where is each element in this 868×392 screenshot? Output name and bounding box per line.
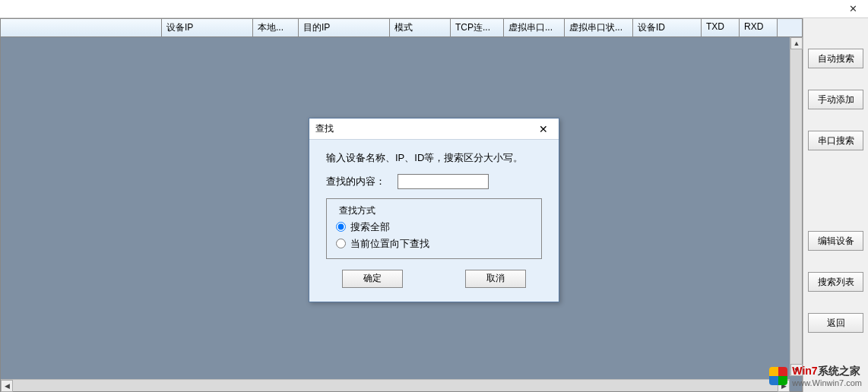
find-dialog: 查找 ✕ 输入设备名称、IP、ID等，搜索区分大小写。 查找的内容： 查找方式 … — [309, 118, 559, 302]
radio-search-all[interactable] — [336, 222, 346, 232]
auto-search-button[interactable]: 自动搜索 — [808, 49, 863, 68]
window-close-button[interactable]: ✕ — [838, 0, 868, 18]
search-input-label: 查找的内容： — [326, 175, 385, 188]
horizontal-scrollbar[interactable]: ◀ ▶ — [1, 379, 790, 391]
dialog-title: 查找 — [315, 122, 334, 135]
sidebar-spacer — [808, 172, 863, 210]
vertical-scrollbar[interactable]: ▲ ▼ — [790, 37, 802, 376]
dialog-button-row: 确定 取消 — [326, 270, 542, 288]
serial-search-button[interactable]: 串口搜索 — [808, 131, 863, 150]
dialog-titlebar[interactable]: 查找 ✕ — [309, 119, 559, 140]
scroll-down-button[interactable]: ▼ — [790, 364, 803, 376]
radio-search-all-label: 搜索全部 — [350, 220, 390, 234]
column-header-9[interactable]: TXD — [702, 19, 740, 36]
column-header-0[interactable] — [1, 19, 162, 36]
search-method-fieldset: 查找方式 搜索全部 当前位置向下查找 — [326, 198, 542, 259]
scroll-up-button[interactable]: ▲ — [790, 37, 803, 49]
column-header-8[interactable]: 设备ID — [633, 19, 702, 36]
radio-search-down[interactable] — [336, 239, 346, 248]
column-header-4[interactable]: 模式 — [390, 19, 451, 36]
column-header-7[interactable]: 虚拟串口状... — [565, 19, 633, 36]
scroll-right-button[interactable]: ▶ — [778, 380, 790, 392]
column-header-2[interactable]: 本地... — [253, 19, 299, 36]
column-header-6[interactable]: 虚拟串口... — [504, 19, 565, 36]
search-input-row: 查找的内容： — [326, 174, 542, 189]
scroll-left-button[interactable]: ◀ — [1, 380, 13, 392]
column-header-5[interactable]: TCP连... — [451, 19, 504, 36]
column-header-3[interactable]: 目的IP — [299, 19, 390, 36]
back-button[interactable]: 返回 — [808, 313, 863, 333]
dialog-close-button[interactable]: ✕ — [534, 122, 553, 137]
column-header-10[interactable]: RXD — [740, 19, 778, 36]
dialog-body: 输入设备名称、IP、ID等，搜索区分大小写。 查找的内容： 查找方式 搜索全部 … — [309, 140, 559, 302]
manual-add-button[interactable]: 手动添加 — [808, 90, 863, 109]
search-list-button[interactable]: 搜索列表 — [808, 272, 863, 292]
radio-search-all-row: 搜索全部 — [336, 220, 532, 234]
search-input[interactable] — [398, 174, 489, 189]
device-grid: 设备IP本地...目的IP模式TCP连...虚拟串口...虚拟串口状...设备I… — [0, 18, 803, 392]
column-header-1[interactable]: 设备IP — [162, 19, 253, 36]
window-titlebar: ✕ — [0, 0, 868, 18]
radio-search-down-row: 当前位置向下查找 — [336, 237, 532, 251]
cancel-button[interactable]: 取消 — [465, 270, 526, 288]
grid-header-row: 设备IP本地...目的IP模式TCP连...虚拟串口...虚拟串口状...设备I… — [1, 19, 802, 37]
radio-search-down-label: 当前位置向下查找 — [350, 237, 429, 251]
right-sidebar: 自动搜索 手动添加 串口搜索 编辑设备 搜索列表 返回 — [803, 18, 868, 392]
edit-device-button[interactable]: 编辑设备 — [808, 231, 863, 251]
dialog-message: 输入设备名称、IP、ID等，搜索区分大小写。 — [326, 150, 542, 166]
search-method-legend: 查找方式 — [336, 204, 379, 217]
main-area: 设备IP本地...目的IP模式TCP连...虚拟串口...虚拟串口状...设备I… — [0, 18, 868, 392]
ok-button[interactable]: 确定 — [342, 270, 403, 288]
